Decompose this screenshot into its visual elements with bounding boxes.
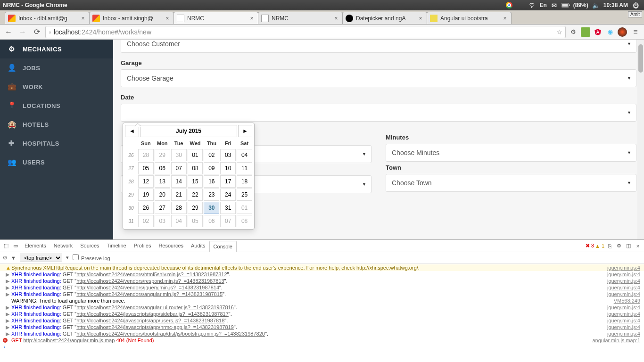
- console-source-link[interactable]: jquery.min.js:4: [607, 278, 640, 284]
- devtools-tab-profiles[interactable]: Profiles: [130, 240, 155, 252]
- datepicker-day[interactable]: 25: [237, 189, 252, 201]
- minutes-select[interactable]: Choose Minutes: [386, 144, 636, 162]
- extension-icon-green[interactable]: [581, 27, 590, 37]
- datepicker-day[interactable]: 13: [155, 175, 170, 188]
- browser-tab[interactable]: NRMC×: [173, 12, 258, 24]
- devtools-close-icon[interactable]: ×: [634, 243, 642, 249]
- tab-close-icon[interactable]: ×: [333, 15, 339, 22]
- datepicker-day[interactable]: 29: [155, 149, 170, 161]
- lang-indicator[interactable]: En: [539, 2, 546, 8]
- extension-icon-circle[interactable]: [618, 27, 627, 37]
- datepicker-day[interactable]: 24: [220, 189, 236, 201]
- datepicker-day[interactable]: 03: [220, 149, 236, 161]
- console-source-link[interactable]: jquery.min.js:4: [607, 291, 640, 297]
- devtools-tab-elements[interactable]: Elements: [21, 240, 50, 252]
- console-source-link[interactable]: jquery.min.js:4: [607, 324, 640, 330]
- sidebar-item-mechanics[interactable]: ⚙MECHANICS: [0, 40, 113, 58]
- datepicker-day[interactable]: 29: [188, 202, 203, 214]
- clear-console-icon[interactable]: ⊘: [3, 255, 7, 261]
- datepicker-day[interactable]: 07: [171, 162, 187, 174]
- datepicker-day[interactable]: 30: [204, 202, 219, 214]
- drawer-icon[interactable]: ⎘: [605, 243, 614, 249]
- browser-tab[interactable]: Angular ui bootstra×: [427, 12, 512, 24]
- datepicker-day[interactable]: 04: [171, 215, 187, 227]
- wifi-icon[interactable]: [528, 1, 536, 9]
- sidebar-item-jobs[interactable]: 👤JOBS: [0, 58, 113, 77]
- browser-tab[interactable]: Inbox - dlbl.amit@g×: [5, 12, 90, 24]
- browser-tab[interactable]: Inbox - amit.singh@×: [89, 12, 174, 24]
- context-select[interactable]: <top frame>: [20, 254, 62, 262]
- datepicker-day[interactable]: 05: [138, 162, 154, 174]
- datepicker-day[interactable]: 26: [138, 202, 154, 214]
- datepicker-day[interactable]: 20: [155, 189, 170, 201]
- tab-close-icon[interactable]: ×: [417, 15, 424, 22]
- datepicker-day[interactable]: 06: [204, 215, 219, 227]
- profile-badge[interactable]: Amit: [628, 11, 642, 17]
- datepicker-day[interactable]: 28: [171, 202, 187, 214]
- customer-select[interactable]: Choose Customer: [121, 40, 636, 53]
- devtools-tab-timeline[interactable]: Timeline: [103, 240, 130, 252]
- console-output[interactable]: ▲Synchronous XMLHttpRequest on the main …: [0, 263, 644, 362]
- datepicker-day[interactable]: 23: [204, 189, 219, 201]
- datepicker-day[interactable]: 22: [188, 189, 203, 201]
- sidebar-item-hospitals[interactable]: ✚HOSPITALS: [0, 134, 113, 153]
- datepicker-day[interactable]: 16: [204, 175, 219, 188]
- garage-select[interactable]: Choose Garage: [121, 69, 636, 87]
- forward-button[interactable]: →: [17, 26, 28, 38]
- console-source-link[interactable]: angular.min.js.map:1: [593, 337, 641, 343]
- datepicker-day[interactable]: 07: [220, 215, 236, 227]
- console-source-link[interactable]: jquery.min.js:4: [607, 331, 640, 337]
- datepicker-day[interactable]: 06: [155, 162, 170, 174]
- datepicker-day[interactable]: 01: [188, 149, 203, 161]
- datepicker-day[interactable]: 11: [237, 162, 252, 174]
- console-source-link[interactable]: jquery.min.js:4: [607, 285, 640, 290]
- browser-tab[interactable]: NRMC×: [258, 12, 343, 24]
- inspect-icon[interactable]: ⬚: [2, 243, 10, 249]
- bookmark-star-icon[interactable]: ☆: [556, 28, 562, 36]
- devtools-settings-icon[interactable]: ⚙: [615, 243, 623, 249]
- datepicker-day[interactable]: 03: [155, 215, 170, 227]
- back-button[interactable]: ←: [3, 26, 14, 38]
- page-scrollbar[interactable]: [637, 40, 644, 239]
- apple-icon[interactable]: [516, 1, 525, 9]
- datepicker-day[interactable]: 19: [138, 189, 154, 201]
- datepicker-day[interactable]: 21: [171, 189, 187, 201]
- console-source-link[interactable]: jquery.min.js:4: [607, 272, 640, 277]
- chrome-icon[interactable]: [505, 1, 513, 9]
- datepicker-day[interactable]: 18: [237, 175, 252, 188]
- datepicker-day[interactable]: 02: [204, 149, 219, 161]
- datepicker-day[interactable]: 14: [171, 175, 187, 188]
- devtools-tab-sources[interactable]: Sources: [76, 240, 103, 252]
- volume-icon[interactable]: 🔈: [592, 1, 600, 9]
- datepicker-title-button[interactable]: July 2015: [140, 125, 237, 137]
- datepicker-day[interactable]: 08: [237, 215, 252, 227]
- tab-close-icon[interactable]: ×: [80, 15, 86, 22]
- sidebar-item-hotels[interactable]: 🏨HOTELS: [0, 115, 113, 134]
- filter-icon[interactable]: ▼: [11, 255, 16, 261]
- mail-icon[interactable]: ✉: [550, 1, 559, 9]
- device-icon[interactable]: ▭: [11, 243, 20, 249]
- date-input[interactable]: [121, 104, 636, 122]
- console-source-link[interactable]: jquery.min.js:4: [607, 265, 640, 271]
- power-icon[interactable]: ⏻: [631, 1, 640, 9]
- angular-extension-icon[interactable]: [593, 27, 603, 37]
- sidebar-item-users[interactable]: 👥USERS: [0, 153, 113, 172]
- datepicker-day[interactable]: 04: [237, 149, 252, 161]
- devtools-tab-resources[interactable]: Resources: [155, 240, 187, 252]
- datepicker-day[interactable]: 10: [220, 162, 236, 174]
- devtools-tab-audits[interactable]: Audits: [187, 240, 209, 252]
- chrome-menu-icon[interactable]: ≡: [630, 26, 641, 38]
- datepicker-day[interactable]: 12: [138, 175, 154, 188]
- console-source-link[interactable]: VM568:249: [614, 298, 640, 304]
- datepicker-day[interactable]: 02: [138, 215, 154, 227]
- sidebar-item-work[interactable]: 💼WORK: [0, 77, 113, 96]
- town-select[interactable]: Choose Town: [386, 174, 636, 192]
- datepicker-day[interactable]: 01: [237, 202, 252, 214]
- devtools-tab-console[interactable]: Console: [209, 241, 237, 252]
- datepicker-day[interactable]: 28: [138, 149, 154, 161]
- datepicker-day[interactable]: 31: [220, 202, 236, 214]
- datepicker-day[interactable]: 30: [171, 149, 187, 161]
- console-source-link[interactable]: jquery.min.js:4: [607, 318, 640, 323]
- extension-icon-blue[interactable]: ◉: [605, 27, 615, 37]
- datepicker-day[interactable]: 17: [220, 175, 236, 188]
